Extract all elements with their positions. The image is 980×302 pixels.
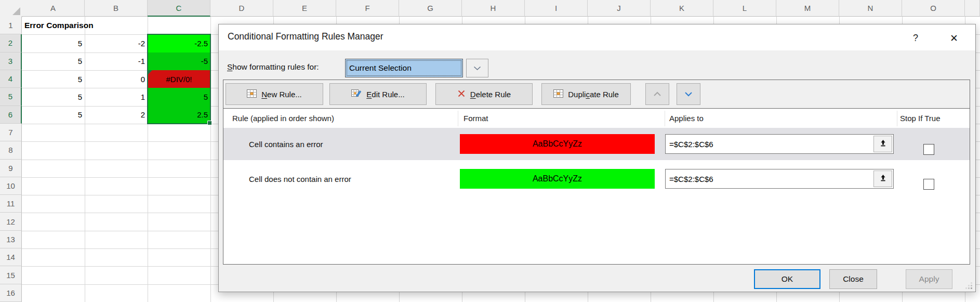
row-header-14[interactable]: 14	[0, 248, 22, 266]
dialog-titlebar[interactable]: Conditional Formatting Rules Manager ? ✕	[219, 24, 975, 50]
format-preview-text: AaBbCcYyZz	[533, 174, 582, 183]
column-header-M[interactable]: M	[776, 0, 839, 17]
row-header-5[interactable]: 5	[0, 88, 22, 106]
rule-row-no-error[interactable]: Cell does not contain an error AaBbCcYyZ…	[223, 163, 970, 194]
row-header-15[interactable]: 15	[0, 266, 22, 284]
column-header-E[interactable]: E	[273, 0, 336, 17]
cell-B5[interactable]: 1	[85, 88, 148, 106]
row-header-9[interactable]: 9	[0, 160, 22, 177]
cell-C3[interactable]: -5	[148, 52, 210, 70]
cell-C6[interactable]: 2.5	[148, 106, 210, 124]
rule-name: Cell contains an error	[249, 128, 323, 160]
help-icon[interactable]: ?	[908, 30, 923, 46]
collapse-dialog-icon	[879, 174, 887, 183]
range-picker-button[interactable]	[873, 170, 892, 187]
dialog-title: Conditional Formatting Rules Manager	[228, 31, 383, 42]
duplicate-rule-icon	[553, 89, 563, 99]
cell-A5[interactable]: 5	[22, 88, 85, 106]
delete-rule-icon	[457, 89, 466, 99]
cell-A1[interactable]: Error Comparison	[22, 17, 148, 34]
column-header-partial[interactable]	[965, 0, 980, 17]
row-header-6[interactable]: 6	[0, 106, 22, 124]
applies-to-input[interactable]	[666, 135, 872, 153]
format-preview-text: AaBbCcYyZz	[533, 139, 582, 149]
new-rule-icon	[247, 89, 257, 99]
fill-handle[interactable]	[207, 121, 212, 125]
column-header-O[interactable]: O	[902, 0, 965, 17]
divider	[458, 111, 458, 126]
rule-row-error[interactable]: Cell contains an error AaBbCcYyZz	[223, 128, 970, 160]
stop-if-true-checkbox[interactable]	[923, 144, 934, 155]
row-header-3[interactable]: 3	[0, 52, 22, 70]
range-picker-button[interactable]	[873, 136, 892, 152]
applies-to-input[interactable]	[666, 169, 872, 188]
cell-C5[interactable]: 5	[148, 88, 210, 106]
row-header-11[interactable]: 11	[0, 195, 22, 213]
close-button[interactable]: Close	[829, 269, 877, 289]
move-rule-up-button[interactable]	[645, 83, 669, 105]
chevron-down-icon	[684, 90, 693, 98]
row-header-1[interactable]: 1	[0, 17, 22, 34]
apply-button[interactable]: Apply	[906, 269, 952, 289]
applies-to-field	[665, 169, 894, 189]
column-header-H[interactable]: H	[462, 0, 525, 17]
edit-rule-button[interactable]: Edit Rule...	[329, 83, 427, 105]
row-header-12[interactable]: 12	[0, 213, 22, 230]
cell-B3[interactable]: -1	[85, 52, 148, 70]
column-header-A[interactable]: A	[22, 0, 85, 17]
show-rules-value: Current Selection	[349, 63, 412, 73]
delete-rule-button[interactable]: Delete Rule	[435, 83, 533, 105]
row-header-8[interactable]: 8	[0, 141, 22, 159]
chevron-down-icon	[473, 64, 481, 72]
column-header-J[interactable]: J	[588, 0, 651, 17]
ok-button[interactable]: OK	[754, 269, 820, 289]
column-header-F[interactable]: F	[336, 0, 399, 17]
cell-B6[interactable]: 2	[85, 106, 148, 124]
column-header-applies: Applies to	[669, 109, 704, 128]
cell-A3[interactable]: 5	[22, 52, 85, 70]
show-rules-dropdown-arrow[interactable]	[466, 59, 488, 77]
cell-C4[interactable]: #DIV/0!	[148, 70, 210, 88]
column-header-I[interactable]: I	[525, 0, 588, 17]
show-rules-dropdown[interactable]: Current Selection	[345, 59, 463, 77]
cell-C2[interactable]: -2.5	[148, 34, 210, 52]
cell-A6[interactable]: 5	[22, 106, 85, 124]
rules-panel: New Rule...Edit Rule...Delete RuleDuplic…	[223, 80, 970, 265]
row-header-10[interactable]: 10	[0, 177, 22, 195]
duplicate-rule-button[interactable]: Duplicate Rule	[541, 83, 631, 105]
resize-grip-icon[interactable]	[965, 282, 973, 290]
delete-rule-label: Delete Rule	[470, 90, 511, 99]
select-all-button[interactable]	[0, 0, 22, 17]
cell-A2[interactable]: 5	[22, 34, 85, 52]
column-header-B[interactable]: B	[85, 0, 148, 17]
cell-B4[interactable]: 0	[85, 70, 148, 88]
column-header-N[interactable]: N	[839, 0, 902, 17]
edit-rule-label: Edit Rule...	[366, 90, 404, 99]
select-all-icon	[12, 7, 20, 15]
new-rule-button[interactable]: New Rule...	[226, 83, 323, 105]
column-header-K[interactable]: K	[651, 0, 713, 17]
applies-to-field	[665, 134, 894, 154]
conditional-formatting-dialog: Conditional Formatting Rules Manager ? ✕…	[218, 24, 976, 292]
row-header-16[interactable]: 16	[0, 284, 22, 302]
row-header-4[interactable]: 4	[0, 70, 22, 88]
stop-if-true-checkbox[interactable]	[923, 179, 934, 190]
cell-A4[interactable]: 5	[22, 70, 85, 88]
column-header-G[interactable]: G	[399, 0, 462, 17]
rule-format-preview: AaBbCcYyZz	[460, 169, 655, 189]
column-header-D[interactable]: D	[210, 0, 273, 17]
column-header-C[interactable]: C	[148, 0, 210, 17]
column-header-stop: Stop If True	[900, 109, 941, 128]
cell-B2[interactable]: -2	[85, 34, 148, 52]
column-header-rule: Rule (applied in order shown)	[232, 109, 334, 128]
divider	[897, 111, 897, 126]
divider	[665, 111, 665, 126]
row-header-2[interactable]: 2	[0, 34, 22, 52]
column-header-L[interactable]: L	[713, 0, 776, 17]
move-rule-down-button[interactable]	[677, 83, 700, 105]
close-icon[interactable]: ✕	[945, 30, 963, 46]
row-header-7[interactable]: 7	[0, 124, 22, 141]
rule-name: Cell does not contain an error	[249, 163, 351, 194]
new-rule-label: New Rule...	[261, 90, 302, 99]
row-header-13[interactable]: 13	[0, 231, 22, 248]
